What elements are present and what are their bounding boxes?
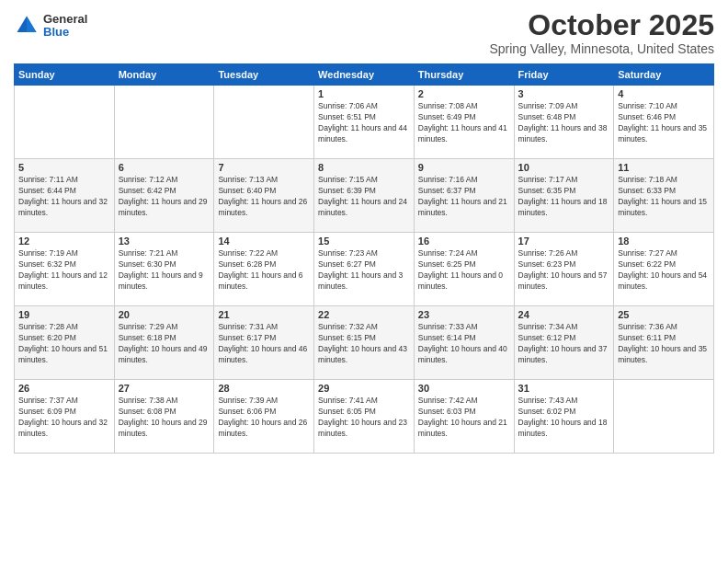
cell-info: Sunrise: 7:33 AMSunset: 6:14 PMDaylight:…	[418, 322, 510, 366]
calendar-title: October 2025	[489, 9, 714, 41]
calendar-body: 1Sunrise: 7:06 AMSunset: 6:51 PMDaylight…	[15, 86, 714, 454]
cell-info: Sunrise: 7:21 AMSunset: 6:30 PMDaylight:…	[119, 248, 210, 293]
cell-info: Sunrise: 7:34 AMSunset: 6:12 PMDaylight:…	[518, 322, 610, 366]
day-number: 8	[318, 162, 410, 173]
cell-info: Sunrise: 7:17 AMSunset: 6:35 PMDaylight:…	[518, 175, 610, 219]
calendar-cell: 21Sunrise: 7:31 AMSunset: 6:17 PMDayligh…	[214, 306, 314, 380]
col-monday: Monday	[114, 64, 214, 86]
cell-info: Sunrise: 7:43 AMSunset: 6:02 PMDaylight:…	[518, 396, 610, 440]
day-number: 3	[518, 88, 610, 99]
calendar-cell: 16Sunrise: 7:24 AMSunset: 6:25 PMDayligh…	[414, 233, 514, 306]
calendar-cell: 20Sunrise: 7:29 AMSunset: 6:18 PMDayligh…	[114, 306, 214, 380]
calendar-cell: 3Sunrise: 7:09 AMSunset: 6:48 PMDaylight…	[514, 86, 614, 159]
cell-info: Sunrise: 7:37 AMSunset: 6:09 PMDaylight:…	[18, 396, 110, 440]
calendar-cell: 2Sunrise: 7:08 AMSunset: 6:49 PMDaylight…	[414, 86, 514, 159]
col-thursday: Thursday	[414, 64, 514, 86]
calendar-cell	[15, 86, 115, 159]
cell-info: Sunrise: 7:32 AMSunset: 6:15 PMDaylight:…	[318, 322, 410, 366]
day-number: 27	[119, 383, 210, 394]
day-number: 6	[119, 162, 210, 173]
calendar-cell: 15Sunrise: 7:23 AMSunset: 6:27 PMDayligh…	[314, 233, 415, 306]
day-number: 31	[518, 383, 610, 394]
col-wednesday: Wednesday	[314, 64, 415, 86]
calendar-cell: 17Sunrise: 7:26 AMSunset: 6:23 PMDayligh…	[514, 233, 614, 306]
calendar-cell: 19Sunrise: 7:28 AMSunset: 6:20 PMDayligh…	[15, 306, 115, 380]
calendar-week-4: 19Sunrise: 7:28 AMSunset: 6:20 PMDayligh…	[15, 306, 714, 380]
logo-icon	[14, 13, 40, 39]
day-number: 24	[518, 309, 610, 320]
cell-info: Sunrise: 7:18 AMSunset: 6:33 PMDaylight:…	[618, 175, 710, 219]
calendar-week-1: 1Sunrise: 7:06 AMSunset: 6:51 PMDaylight…	[15, 86, 714, 159]
calendar-cell	[614, 380, 714, 454]
cell-info: Sunrise: 7:41 AMSunset: 6:05 PMDaylight:…	[318, 396, 410, 440]
calendar-cell: 28Sunrise: 7:39 AMSunset: 6:06 PMDayligh…	[214, 380, 314, 454]
day-number: 20	[119, 309, 210, 320]
cell-info: Sunrise: 7:29 AMSunset: 6:18 PMDaylight:…	[119, 322, 210, 366]
day-number: 17	[518, 236, 610, 247]
page: General Blue October 2025 Spring Valley,…	[0, 0, 728, 563]
day-number: 18	[618, 236, 710, 247]
day-number: 21	[218, 309, 310, 320]
calendar-cell: 5Sunrise: 7:11 AMSunset: 6:44 PMDaylight…	[15, 159, 115, 233]
cell-info: Sunrise: 7:28 AMSunset: 6:20 PMDaylight:…	[18, 322, 110, 366]
calendar-cell: 1Sunrise: 7:06 AMSunset: 6:51 PMDaylight…	[314, 86, 415, 159]
day-number: 13	[119, 236, 210, 247]
cell-info: Sunrise: 7:16 AMSunset: 6:37 PMDaylight:…	[418, 175, 510, 219]
calendar-cell: 13Sunrise: 7:21 AMSunset: 6:30 PMDayligh…	[114, 233, 214, 306]
logo-text: General Blue	[43, 13, 87, 40]
calendar-cell: 11Sunrise: 7:18 AMSunset: 6:33 PMDayligh…	[614, 159, 714, 233]
day-number: 23	[418, 309, 510, 320]
day-number: 16	[418, 236, 510, 247]
calendar-subtitle: Spring Valley, Minnesota, United States	[489, 41, 714, 56]
calendar-cell: 22Sunrise: 7:32 AMSunset: 6:15 PMDayligh…	[314, 306, 415, 380]
calendar-cell: 23Sunrise: 7:33 AMSunset: 6:14 PMDayligh…	[414, 306, 514, 380]
day-number: 25	[618, 309, 710, 320]
calendar-cell: 6Sunrise: 7:12 AMSunset: 6:42 PMDaylight…	[114, 159, 214, 233]
calendar-cell: 30Sunrise: 7:42 AMSunset: 6:03 PMDayligh…	[414, 380, 514, 454]
header: General Blue October 2025 Spring Valley,…	[14, 9, 714, 56]
calendar-cell	[114, 86, 214, 159]
cell-info: Sunrise: 7:23 AMSunset: 6:27 PMDaylight:…	[318, 248, 410, 293]
calendar-cell: 29Sunrise: 7:41 AMSunset: 6:05 PMDayligh…	[314, 380, 415, 454]
calendar-cell: 31Sunrise: 7:43 AMSunset: 6:02 PMDayligh…	[514, 380, 614, 454]
calendar-cell: 18Sunrise: 7:27 AMSunset: 6:22 PMDayligh…	[614, 233, 714, 306]
cell-info: Sunrise: 7:08 AMSunset: 6:49 PMDaylight:…	[418, 101, 510, 145]
calendar-cell: 10Sunrise: 7:17 AMSunset: 6:35 PMDayligh…	[514, 159, 614, 233]
calendar-week-2: 5Sunrise: 7:11 AMSunset: 6:44 PMDaylight…	[15, 159, 714, 233]
cell-info: Sunrise: 7:09 AMSunset: 6:48 PMDaylight:…	[518, 101, 610, 145]
title-block: October 2025 Spring Valley, Minnesota, U…	[489, 9, 714, 56]
day-number: 28	[218, 383, 310, 394]
col-tuesday: Tuesday	[214, 64, 314, 86]
cell-info: Sunrise: 7:22 AMSunset: 6:28 PMDaylight:…	[218, 248, 310, 293]
calendar-cell: 24Sunrise: 7:34 AMSunset: 6:12 PMDayligh…	[514, 306, 614, 380]
day-number: 4	[618, 88, 710, 99]
calendar-table: Sunday Monday Tuesday Wednesday Thursday…	[14, 63, 714, 454]
col-friday: Friday	[514, 64, 614, 86]
cell-info: Sunrise: 7:24 AMSunset: 6:25 PMDaylight:…	[418, 248, 510, 293]
col-saturday: Saturday	[614, 64, 714, 86]
logo-general: General	[43, 13, 87, 26]
day-number: 26	[18, 383, 110, 394]
day-number: 14	[218, 236, 310, 247]
calendar-week-5: 26Sunrise: 7:37 AMSunset: 6:09 PMDayligh…	[15, 380, 714, 454]
day-number: 7	[218, 162, 310, 173]
cell-info: Sunrise: 7:13 AMSunset: 6:40 PMDaylight:…	[218, 175, 310, 219]
calendar-cell: 26Sunrise: 7:37 AMSunset: 6:09 PMDayligh…	[15, 380, 115, 454]
cell-info: Sunrise: 7:15 AMSunset: 6:39 PMDaylight:…	[318, 175, 410, 219]
cell-info: Sunrise: 7:19 AMSunset: 6:32 PMDaylight:…	[18, 248, 110, 293]
day-number: 12	[18, 236, 110, 247]
logo: General Blue	[14, 13, 87, 40]
day-number: 11	[618, 162, 710, 173]
cell-info: Sunrise: 7:31 AMSunset: 6:17 PMDaylight:…	[218, 322, 310, 366]
day-number: 5	[18, 162, 110, 173]
day-number: 19	[18, 309, 110, 320]
day-number: 30	[418, 383, 510, 394]
calendar-cell	[214, 86, 314, 159]
calendar-cell: 27Sunrise: 7:38 AMSunset: 6:08 PMDayligh…	[114, 380, 214, 454]
cell-info: Sunrise: 7:11 AMSunset: 6:44 PMDaylight:…	[18, 175, 110, 219]
cell-info: Sunrise: 7:27 AMSunset: 6:22 PMDaylight:…	[618, 248, 710, 293]
calendar-header: Sunday Monday Tuesday Wednesday Thursday…	[15, 64, 714, 86]
cell-info: Sunrise: 7:42 AMSunset: 6:03 PMDaylight:…	[418, 396, 510, 440]
calendar-cell: 9Sunrise: 7:16 AMSunset: 6:37 PMDaylight…	[414, 159, 514, 233]
cell-info: Sunrise: 7:36 AMSunset: 6:11 PMDaylight:…	[618, 322, 710, 366]
